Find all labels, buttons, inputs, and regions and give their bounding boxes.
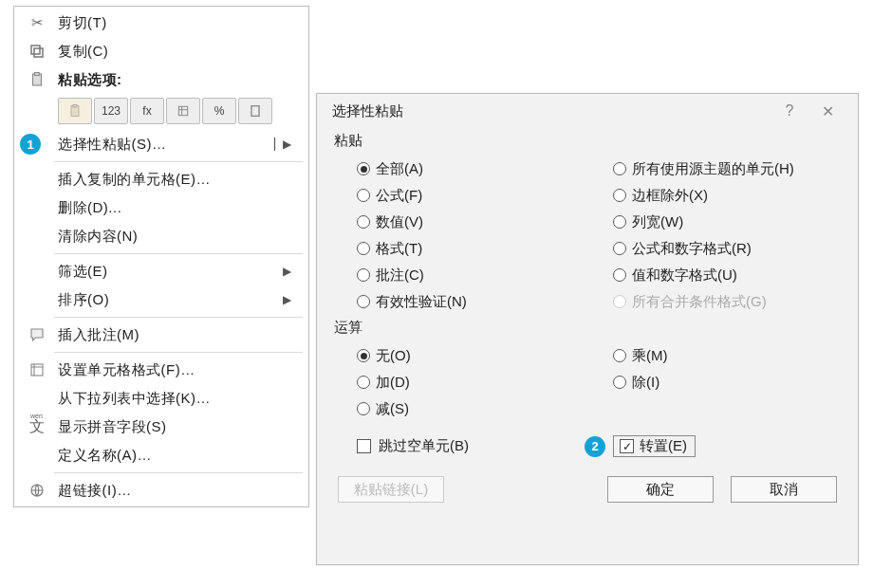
svg-rect-5 [73,104,77,107]
menu-show-pinyin-label: 显示拼音字段(S) [54,418,291,436]
paste-opt-all-button[interactable] [58,98,92,124]
radio-op-div[interactable]: 除(I) [613,374,858,392]
skip-blanks-label: 跳过空单元(B) [379,437,469,455]
dialog-button-row: 粘贴链接(L) 确定 取消 [317,470,858,516]
paste-opt-formatting-button[interactable] [166,98,200,124]
radio-all[interactable]: 全部(A) [357,160,613,178]
paste-opt-percent-button[interactable]: % [202,98,236,124]
radio-formats[interactable]: 格式(T) [357,240,613,258]
menu-insert-comment[interactable]: 插入批注(M) [14,321,308,349]
radio-no-borders[interactable]: 边框除外(X) [613,187,858,205]
menu-filter[interactable]: 筛选(E) ▶ [14,257,308,285]
radio-validation[interactable]: 有效性验证(N) [357,293,613,311]
menu-insert-copied[interactable]: 插入复制的单元格(E)… [14,165,308,193]
radio-icon [357,242,370,255]
radio-op-add[interactable]: 加(D) [357,374,613,392]
skip-blanks-checkbox[interactable]: 跳过空单元(B) [357,437,575,455]
radio-icon [613,268,626,282]
menu-delete[interactable]: 删除(D)... [14,193,308,222]
menu-cut[interactable]: ✂ 剪切(T) [14,9,308,37]
radio-source-theme[interactable]: 所有使用源主题的单元(H) [613,160,858,178]
menu-define-name-label: 定义名称(A)… [54,447,291,465]
radio-cond-formats: 所有合并条件格式(G) [613,293,858,311]
menu-pick-from-list[interactable]: 从下拉列表中选择(K)… [14,384,308,413]
radio-values[interactable]: 数值(V) [357,213,613,231]
comment-icon [20,326,54,343]
chevron-right-icon: ▶ [283,265,291,278]
menu-hyperlink[interactable]: 超链接(I)… [14,476,308,505]
options-row: 跳过空单元(B) 2 转置(E) [317,422,858,470]
menu-clear-contents[interactable]: 清除内容(N) [14,222,308,250]
radio-icon [357,162,370,175]
radio-icon [357,376,370,389]
radio-op-sub[interactable]: 减(S) [357,400,613,418]
clipboard-icon [20,71,54,88]
radio-icon [613,162,626,175]
svg-rect-8 [31,364,43,376]
menu-hyperlink-label: 超链接(I)… [54,482,291,500]
dialog-titlebar: 选择性粘贴 ? ✕ [317,94,858,128]
radio-op-mul-label: 乘(M) [632,347,668,365]
close-button[interactable]: ✕ [808,102,846,120]
ok-button[interactable]: 确定 [607,476,714,503]
callout-1: 1 [20,134,41,155]
radio-icon [357,268,370,282]
radio-icon [613,349,626,362]
ok-label: 确定 [646,481,675,499]
paste-opt-pct-label: % [214,104,225,118]
radio-op-none[interactable]: 无(O) [357,347,613,365]
cancel-button[interactable]: 取消 [731,476,837,503]
radio-col-widths[interactable]: 列宽(W) [613,213,858,231]
paste-link-label: 粘贴链接(L) [354,481,428,499]
radio-formulas-num[interactable]: 公式和数字格式(R) [613,240,858,258]
radio-no-borders-label: 边框除外(X) [632,187,708,205]
paste-opt-formulas-button[interactable]: fx [130,98,164,124]
radio-icon [613,295,626,308]
radio-values-num-label: 值和数字格式(U) [632,266,737,285]
globe-icon [20,482,54,499]
radio-icon [357,295,370,308]
menu-delete-label: 删除(D)... [54,199,291,217]
radio-op-mul[interactable]: 乘(M) [613,347,858,365]
operation-radio-group: 无(O) 乘(M) 加(D) 除(I) 减(S) [317,342,858,422]
radio-comments[interactable]: 批注(C) [357,266,613,285]
radio-formulas[interactable]: 公式(F) [357,187,613,205]
radio-cond-formats-label: 所有合并条件格式(G) [632,293,767,311]
radio-icon [613,189,626,202]
callout-2: 2 [585,436,605,457]
menu-paste-special-label: 选择性粘贴(S)… [54,136,274,154]
paste-options-buttons: 123 fx % [14,94,308,130]
context-menu: ✂ 剪切(T) 复制(C) 粘贴选项: 123 fx % 1 选择性粘贴(S)…… [13,6,309,507]
radio-icon [357,349,370,362]
paste-opt-values-button[interactable]: 123 [94,98,128,124]
help-button[interactable]: ? [771,102,808,119]
menu-filter-label: 筛选(E) [54,263,283,281]
menu-paste-special[interactable]: 1 选择性粘贴(S)… ▏▶ [14,130,308,158]
radio-source-theme-label: 所有使用源主题的单元(H) [632,160,794,178]
menu-separator [54,352,303,353]
menu-copy-label: 复制(C) [54,43,291,61]
menu-sort[interactable]: 排序(O) ▶ [14,285,308,314]
menu-define-name[interactable]: 定义名称(A)… [14,441,308,469]
radio-values-num[interactable]: 值和数字格式(U) [613,266,858,285]
scissors-icon: ✂ [20,14,54,31]
paste-opt-fx-label: fx [142,104,151,118]
paste-special-dialog: 选择性粘贴 ? ✕ 粘贴 全部(A) 所有使用源主题的单元(H) 公式(F) 边… [316,93,859,565]
checkbox-icon [620,439,634,453]
copy-icon [20,43,54,60]
menu-format-cells[interactable]: 设置单元格格式(F)… [14,356,308,384]
dialog-title: 选择性粘贴 [332,102,771,120]
radio-icon [613,376,626,389]
paste-opt-link-button[interactable] [238,98,272,124]
menu-separator [54,472,303,473]
radio-formulas-label: 公式(F) [376,187,422,205]
radio-op-div-label: 除(I) [632,374,659,392]
transpose-checkbox[interactable]: 转置(E) [613,435,696,457]
menu-show-pinyin[interactable]: wén文 显示拼音字段(S) [14,413,308,441]
radio-icon [613,242,626,255]
menu-copy[interactable]: 复制(C) [14,37,308,65]
radio-op-add-label: 加(D) [376,374,410,392]
radio-all-label: 全部(A) [376,160,423,178]
radio-icon [357,215,370,229]
menu-separator [54,317,303,318]
